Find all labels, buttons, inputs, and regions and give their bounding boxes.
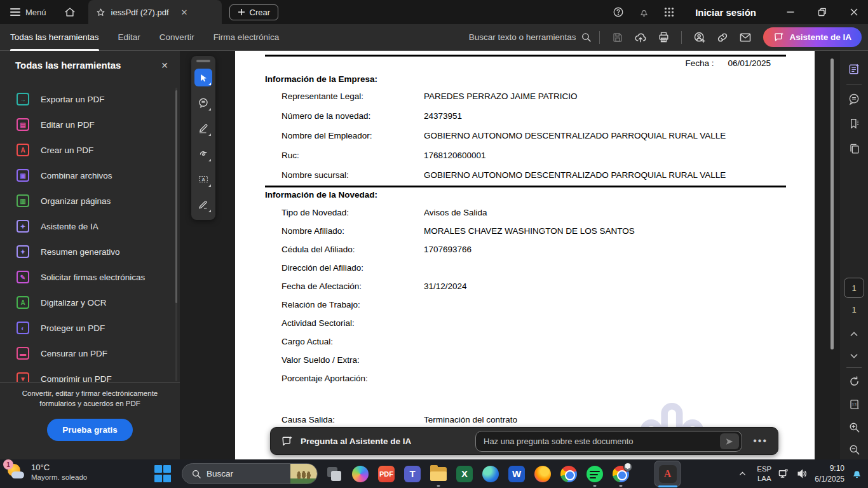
chrome-button[interactable] (560, 465, 578, 483)
notification-center-button[interactable] (851, 468, 863, 480)
tab-all-tools[interactable]: Todas las herramientas (10, 24, 99, 51)
spotify-button[interactable] (586, 465, 604, 483)
edge-button[interactable] (482, 465, 499, 483)
tool-icon: ▣ (17, 169, 29, 182)
comment-tool-button[interactable] (194, 94, 212, 112)
send-button[interactable] (720, 433, 739, 449)
home-button[interactable] (55, 6, 85, 18)
ai-assistant-bar: Pregunta al Asistente de IA ••• (270, 427, 778, 455)
tool-label: Digitalizar y OCR (41, 298, 107, 308)
volume-button[interactable] (796, 468, 808, 480)
sign-in-button[interactable]: Iniciar sesión (684, 7, 773, 18)
network-button[interactable] (778, 468, 790, 480)
draw-tool-button[interactable] (194, 145, 212, 163)
select-text-tool-button[interactable]: A (194, 170, 212, 188)
ai-question-input[interactable] (476, 437, 720, 446)
add-user-button[interactable] (689, 27, 710, 48)
tool-item[interactable]: ▤ Editar un PDF (0, 112, 175, 137)
tool-item[interactable]: A Crear un PDF (0, 137, 175, 163)
start-button[interactable] (154, 465, 172, 482)
tool-item[interactable]: ▼ Comprimir un PDF (0, 366, 175, 382)
word-button[interactable]: W (508, 465, 526, 483)
close-window-button[interactable] (840, 0, 868, 24)
current-page-input[interactable]: 1 (844, 278, 864, 298)
drag-handle[interactable] (196, 60, 210, 62)
save-icon (612, 32, 623, 43)
teams-button[interactable]: T (403, 465, 421, 483)
fill-sign-tool-button[interactable] (194, 196, 212, 214)
hidden-icons-button[interactable] (735, 470, 750, 478)
document-tab[interactable]: iessPdf (27).pdf ✕ (88, 0, 222, 24)
zoom-in-button[interactable] (845, 418, 863, 436)
tab-close-icon[interactable]: ✕ (181, 8, 188, 17)
tool-item[interactable]: ✦ Resumen generativo (0, 239, 175, 264)
taskbar-search[interactable]: Buscar (182, 463, 318, 484)
minimize-button[interactable] (776, 0, 804, 24)
tool-icon: ▬ (17, 347, 29, 360)
get-link-button[interactable] (712, 27, 733, 48)
field-value: PAREDES PERRAZO JAIME PATRICIO (424, 92, 578, 111)
language-indicator[interactable]: ESP LAA (757, 464, 771, 484)
horizontal-rule (265, 186, 786, 187)
bookmarks-panel-button[interactable] (845, 114, 863, 132)
firefox-button[interactable] (534, 465, 552, 483)
select-tool-button[interactable] (194, 69, 212, 86)
copilot-button[interactable] (351, 465, 369, 483)
tool-item[interactable]: ✦ Asistente de IA (0, 214, 175, 239)
ai-bar-more-button[interactable]: ••• (753, 435, 768, 447)
next-page-button[interactable] (845, 347, 863, 365)
tab-esign[interactable]: Firma electrónica (214, 24, 280, 51)
tool-item[interactable]: ◐ Proteger un PDF (0, 315, 175, 341)
tab-edit[interactable]: Editar (118, 24, 140, 51)
acrobat-button[interactable]: A (654, 461, 681, 487)
email-button[interactable] (735, 27, 756, 48)
toolbar-search-input[interactable] (463, 32, 576, 42)
notifications-button[interactable] (633, 0, 654, 24)
tool-icon: ▼ (17, 372, 29, 382)
pdf-app-button[interactable]: PDF (377, 465, 395, 483)
chrome-profile-button[interactable] (612, 465, 630, 483)
ai-question-field[interactable] (475, 431, 742, 452)
refresh-button[interactable] (845, 372, 863, 390)
document-scrollbar[interactable] (831, 58, 834, 349)
page-thumbnails-button[interactable] (845, 140, 863, 158)
fit-page-button[interactable]: 1:1 (845, 395, 863, 413)
apps-grid-button[interactable] (658, 0, 680, 24)
zoom-out-button[interactable] (845, 440, 863, 458)
weather-temp: 10°C (31, 463, 87, 473)
tool-item[interactable]: ✎ Solicitar firmas electrónicas (0, 264, 175, 290)
fit-page-icon: 1:1 (848, 398, 860, 410)
pdf-page[interactable]: Fecha : 06/01/2025 Información de la Emp… (235, 51, 815, 459)
tool-item[interactable]: ▣ Combinar archivos (0, 163, 175, 188)
quick-toolbar: A (191, 56, 215, 220)
generative-summary-button[interactable] (845, 60, 863, 78)
excel-button[interactable]: X (456, 465, 473, 483)
task-view-button[interactable] (325, 465, 343, 483)
panel-scrollbar[interactable] (175, 88, 177, 381)
weather-widget[interactable]: 1 10°C Mayorm. soleado (6, 463, 87, 482)
file-explorer-button[interactable] (430, 465, 447, 483)
tool-item[interactable]: ▥ Organizar páginas (0, 188, 175, 214)
tool-item[interactable]: ▬ Censurar un PDF (0, 341, 175, 366)
restore-button[interactable] (808, 0, 836, 24)
highlight-tool-button[interactable] (194, 119, 212, 137)
help-button[interactable] (607, 0, 629, 24)
toolbar-search[interactable] (463, 32, 592, 43)
print-button[interactable] (653, 27, 674, 48)
share-upload-button[interactable] (630, 27, 651, 48)
menu-button[interactable]: Menú (0, 6, 55, 18)
create-button[interactable]: Crear (229, 4, 279, 20)
tool-item[interactable]: A Digitalizar y OCR (0, 290, 175, 315)
tool-icon: ◐ (17, 322, 29, 334)
tab-convert[interactable]: Convertir (159, 24, 194, 51)
save-button[interactable] (607, 27, 628, 48)
free-trial-button[interactable]: Prueba gratis (47, 419, 132, 441)
panel-close-icon[interactable]: ✕ (161, 60, 168, 71)
tool-item[interactable]: → Exportar un PDF (0, 86, 175, 112)
clock[interactable]: 9:10 6/1/2025 (815, 463, 844, 484)
ai-assistant-button[interactable]: Asistente de IA (763, 27, 862, 47)
language-top: ESP (757, 464, 771, 474)
previous-page-button[interactable] (845, 325, 863, 343)
comments-panel-button[interactable] (845, 90, 863, 108)
home-icon (64, 6, 76, 18)
